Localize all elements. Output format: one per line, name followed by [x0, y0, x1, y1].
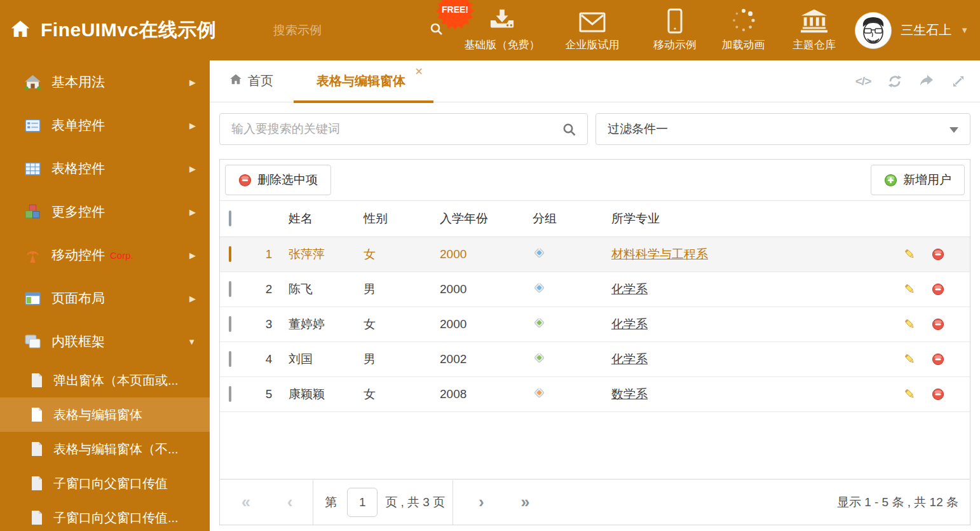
sidebar-item-grid-controls[interactable]: 表格控件 ▶: [0, 147, 210, 190]
cell-name: 刘国: [289, 351, 364, 368]
bank-icon: [800, 8, 828, 34]
source-code-icon[interactable]: </>: [855, 74, 871, 89]
data-grid-panel: 删除选中项 新增用户 姓名 性别 入学年份 分组 所学专业 1: [219, 159, 970, 525]
first-page-icon[interactable]: «: [242, 493, 250, 511]
nav-item-basic-download[interactable]: 基础版（免费）: [459, 0, 545, 60]
edit-pencil-icon[interactable]: [904, 353, 916, 366]
delete-row-icon[interactable]: [932, 283, 944, 296]
delete-row-icon[interactable]: [932, 353, 944, 366]
chevron-down-icon: ▼: [960, 25, 969, 35]
column-header-year[interactable]: 入学年份: [440, 210, 533, 227]
tab-active-underline: [294, 100, 433, 103]
previous-page-icon[interactable]: ‹: [287, 493, 292, 511]
edit-pencil-icon[interactable]: [904, 283, 916, 296]
filter-dropdown[interactable]: 过滤条件一: [595, 113, 970, 145]
delete-selected-button[interactable]: 删除选中项: [225, 165, 331, 195]
table-icon: [24, 160, 41, 177]
major-link[interactable]: 化学系: [611, 282, 648, 296]
sidebar-subitem-child-to-parent-2[interactable]: 子窗口向父窗口传值...: [0, 500, 210, 531]
nav-item-theme-repo[interactable]: 主题仓库: [777, 0, 852, 60]
document-icon: [31, 407, 43, 422]
search-icon[interactable]: [562, 122, 577, 140]
cell-year: 2000: [440, 282, 533, 296]
major-link[interactable]: 化学系: [611, 352, 648, 366]
top-bar: FineUIMvc在线示例 FREE! 基础版（免费）: [0, 0, 980, 60]
refresh-icon[interactable]: [887, 74, 902, 89]
row-checkbox[interactable]: [229, 281, 231, 297]
nav-label: 基础版（免费）: [465, 38, 540, 52]
user-menu[interactable]: 三生石上 ▼: [855, 0, 969, 60]
layout-icon: [24, 290, 41, 307]
nav-item-loading-animation[interactable]: 加载动画: [710, 0, 777, 60]
page-number-input[interactable]: [347, 488, 378, 517]
tag-icon: [533, 351, 611, 368]
edit-pencil-icon[interactable]: [904, 318, 916, 331]
sidebar-subitem-grid-edit-window-2[interactable]: 表格与编辑窗体（不...: [0, 432, 210, 466]
add-user-button[interactable]: 新增用户: [871, 165, 965, 195]
tag-icon: [533, 316, 611, 333]
sidebar-item-mobile-controls[interactable]: 移动控件 Corp. ▶: [0, 233, 210, 277]
cell-gender: 女: [364, 246, 440, 263]
table-row[interactable]: 3 董婷婷 女 2000 化学系: [220, 307, 970, 342]
chevron-right-icon: ▶: [189, 121, 196, 130]
select-all-checkbox[interactable]: [229, 210, 231, 226]
sidebar-subitem-grid-edit-window[interactable]: 表格与编辑窗体: [0, 397, 210, 432]
sidebar-item-iframe[interactable]: 内联框架 ▼: [0, 320, 210, 363]
major-link[interactable]: 材料科学与工程系: [611, 247, 708, 261]
house-icon: [24, 74, 41, 91]
cell-gender: 女: [364, 316, 440, 333]
envelope-icon: [578, 8, 606, 34]
chevron-right-icon: ▶: [189, 207, 196, 217]
column-header-group[interactable]: 分组: [533, 210, 611, 227]
row-checkbox[interactable]: [229, 316, 231, 332]
nav-label: 企业版试用: [566, 38, 620, 52]
major-link[interactable]: 化学系: [611, 317, 648, 331]
sidebar-item-basic-usage[interactable]: 基本用法 ▶: [0, 60, 210, 104]
tab-home[interactable]: 首页: [229, 72, 273, 90]
column-header-name[interactable]: 姓名: [289, 210, 364, 227]
row-checkbox[interactable]: [229, 351, 231, 367]
row-checkbox[interactable]: [229, 386, 231, 402]
cell-gender: 女: [364, 386, 440, 403]
phone-icon: [667, 8, 683, 34]
next-page-icon[interactable]: ›: [479, 493, 484, 511]
table-row[interactable]: 1 张萍萍 女 2000 材料科学与工程系: [220, 237, 970, 272]
nav-label: 主题仓库: [793, 38, 836, 52]
delete-row-icon[interactable]: [932, 248, 944, 261]
delete-row-icon[interactable]: [932, 318, 944, 331]
table-row[interactable]: 4 刘国 男 2002 化学系: [220, 342, 970, 377]
sidebar: 基本用法 ▶ 表单控件 ▶ 表格控件 ▶ 更多控件 ▶: [0, 60, 210, 531]
keyword-search: [219, 113, 588, 145]
delete-row-icon[interactable]: [932, 388, 944, 401]
nav-item-enterprise-trial[interactable]: 企业版试用: [545, 0, 640, 60]
keyword-search-input[interactable]: [220, 114, 587, 144]
sidebar-item-more-controls[interactable]: 更多控件 ▶: [0, 190, 210, 233]
maximize-icon[interactable]: [951, 74, 966, 89]
column-header-gender[interactable]: 性别: [364, 210, 440, 227]
major-link[interactable]: 数学系: [611, 387, 648, 401]
brand[interactable]: FineUIMvc在线示例: [9, 0, 217, 60]
header-search-input[interactable]: [273, 24, 429, 38]
cell-name: 陈飞: [289, 281, 364, 298]
edit-pencil-icon[interactable]: [904, 388, 916, 401]
last-page-icon[interactable]: »: [521, 493, 530, 511]
open-new-window-icon[interactable]: [919, 74, 934, 89]
tab-grid-edit-window[interactable]: 表格与编辑窗体 ✕: [294, 60, 433, 102]
cell-gender: 男: [364, 281, 440, 298]
table-row[interactable]: 2 陈飞 男 2000 化学系: [220, 272, 970, 307]
edit-pencil-icon[interactable]: [904, 248, 916, 261]
sidebar-subitem-child-to-parent[interactable]: 子窗口向父窗口传值: [0, 466, 210, 500]
column-header-major[interactable]: 所学专业: [611, 210, 887, 227]
chevron-right-icon: ▶: [189, 251, 196, 260]
nav-item-mobile-demo[interactable]: 移动示例: [640, 0, 710, 60]
divider: [453, 480, 453, 525]
sidebar-item-form-controls[interactable]: 表单控件 ▶: [0, 104, 210, 147]
sidebar-item-page-layout[interactable]: 页面布局 ▶: [0, 277, 210, 320]
filter-dropdown-value: 过滤条件一: [608, 121, 668, 137]
page-prefix: 第: [325, 494, 337, 511]
table-row[interactable]: 5 康颖颖 女 2008 数学系: [220, 377, 970, 412]
sidebar-subitem-popup-window[interactable]: 弹出窗体（本页面或...: [0, 363, 210, 397]
close-icon[interactable]: ✕: [415, 66, 423, 78]
tag-icon: [533, 281, 611, 298]
row-checkbox[interactable]: [229, 246, 231, 262]
